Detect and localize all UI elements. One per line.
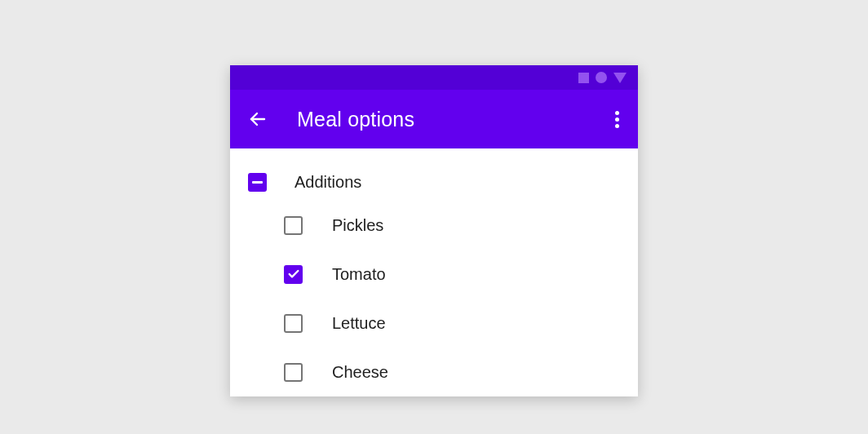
option-row: Lettuce [230, 299, 638, 348]
option-checkbox[interactable] [284, 265, 303, 284]
status-triangle-icon [613, 73, 627, 83]
option-label: Cheese [332, 363, 388, 382]
group-label: Additions [294, 173, 361, 192]
back-arrow-icon[interactable] [248, 109, 268, 129]
content-area: Additions PicklesTomatoLettuceCheese [230, 148, 638, 396]
option-checkbox[interactable] [284, 363, 303, 382]
group-row: Additions [230, 163, 638, 201]
option-row: Pickles [230, 201, 638, 250]
option-label: Tomato [332, 265, 386, 284]
option-label: Pickles [332, 216, 383, 235]
option-label: Lettuce [332, 314, 386, 333]
device-frame: Meal options Additions PicklesTomatoLett… [230, 65, 638, 396]
more-vert-icon[interactable] [607, 109, 627, 129]
status-square-icon [578, 73, 589, 83]
status-circle-icon [596, 72, 607, 83]
page-title: Meal options [297, 108, 607, 131]
option-checkbox[interactable] [284, 314, 303, 333]
option-row: Cheese [230, 348, 638, 396]
status-bar [230, 65, 638, 90]
app-bar: Meal options [230, 90, 638, 148]
indeterminate-mark-icon [252, 181, 263, 184]
option-row: Tomato [230, 250, 638, 299]
group-checkbox-indeterminate[interactable] [248, 173, 267, 192]
option-checkbox[interactable] [284, 216, 303, 235]
